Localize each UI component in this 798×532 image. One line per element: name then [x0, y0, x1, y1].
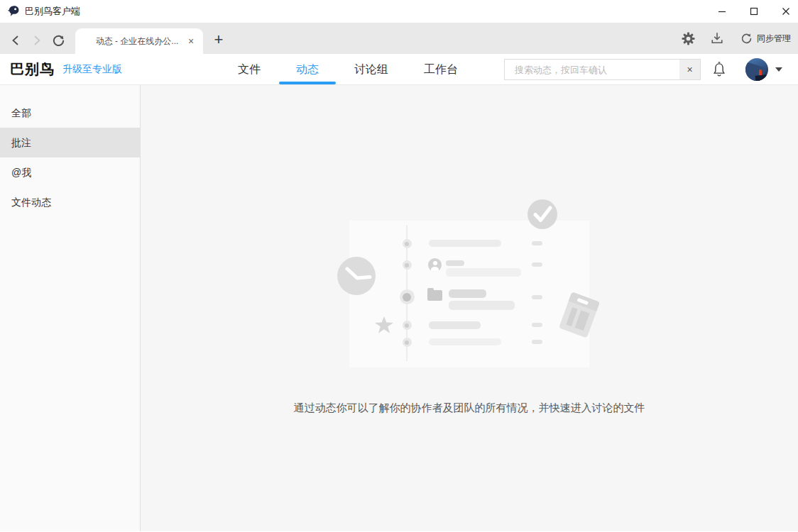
primary-nav: 文件 动态 讨论组 工作台 — [238, 54, 458, 84]
user-avatar[interactable] — [745, 58, 768, 81]
placeholder-bar — [429, 240, 501, 247]
account-caret-down-icon[interactable] — [775, 67, 782, 72]
avatar-art — [755, 74, 767, 81]
placeholder-bar — [429, 338, 501, 345]
nav-tab-activity[interactable]: 动态 — [296, 54, 319, 84]
app-window: 巴别鸟客户端 动态 - 企业在线办公... × + — [0, 0, 798, 532]
tab-strip-actions: 同步管理 — [681, 23, 798, 54]
maximize-button[interactable] — [745, 2, 763, 21]
sync-icon — [739, 31, 753, 45]
clock-icon — [337, 257, 376, 295]
placeholder-timestamp — [532, 340, 542, 344]
timeline-dot — [403, 338, 412, 347]
folder-icon — [427, 290, 442, 301]
placeholder-bar — [449, 289, 486, 298]
star-icon — [375, 316, 393, 334]
placeholder-timestamp — [532, 262, 542, 267]
activity-main-panel: 通过动态你可以了解你的协作者及团队的所有情况，并快速进入讨论的文件 — [141, 85, 798, 531]
placeholder-timestamp — [532, 241, 542, 245]
user-circle-icon — [428, 258, 442, 272]
refresh-icon[interactable] — [50, 32, 67, 49]
sync-manage-button[interactable]: 同步管理 — [739, 31, 791, 45]
timeline-dot — [403, 321, 412, 330]
placeholder-timestamp — [532, 323, 542, 327]
placeholder-bar — [446, 260, 464, 266]
sync-manage-label: 同步管理 — [757, 33, 791, 45]
app-logo-icon — [7, 4, 21, 18]
tab-title: 动态 - 企业在线办公... — [91, 35, 183, 48]
sidebar-item-mentions[interactable]: @我 — [0, 157, 140, 187]
placeholder-bar — [429, 321, 481, 329]
placeholder-bar — [449, 301, 515, 310]
minimize-button[interactable] — [713, 2, 731, 21]
close-button[interactable] — [777, 2, 795, 21]
search-input[interactable] — [505, 60, 679, 79]
avatar-art — [759, 70, 762, 75]
placeholder-timestamp — [532, 295, 542, 299]
sidebar-item-file-activity[interactable]: 文件动态 — [0, 187, 140, 217]
sidebar-item-all[interactable]: 全部 — [0, 98, 140, 128]
badge-icon — [559, 292, 600, 338]
check-circle-icon — [528, 199, 557, 229]
tab-close-icon[interactable]: × — [183, 33, 199, 49]
browser-tab[interactable]: 动态 - 企业在线办公... × — [75, 28, 203, 54]
forward-icon[interactable] — [28, 32, 45, 49]
placeholder-bar — [446, 268, 521, 277]
upgrade-link[interactable]: 升级至专业版 — [62, 54, 122, 84]
activity-sidebar: 全部 批注 @我 文件动态 — [0, 85, 141, 531]
download-icon[interactable] — [710, 31, 724, 45]
back-icon[interactable] — [7, 32, 24, 49]
title-bar: 巴别鸟客户端 — [0, 0, 798, 23]
timeline-dot — [400, 289, 415, 304]
nav-tab-workbench[interactable]: 工作台 — [424, 54, 458, 84]
empty-state-illustration — [349, 221, 589, 367]
nav-tab-files[interactable]: 文件 — [238, 54, 261, 84]
empty-state-caption: 通过动态你可以了解你的协作者及团队的所有情况，并快速进入讨论的文件 — [141, 401, 798, 415]
content-area: 全部 批注 @我 文件动态 — [0, 85, 798, 531]
search-clear-icon[interactable]: × — [679, 60, 700, 79]
nav-tab-discussions[interactable]: 讨论组 — [354, 54, 388, 84]
new-tab-button[interactable]: + — [209, 30, 229, 50]
settings-gear-icon[interactable] — [681, 31, 695, 45]
timeline-dot — [403, 239, 412, 248]
app-header: 巴别鸟 升级至专业版 文件 动态 讨论组 工作台 × — [0, 54, 798, 85]
search-box: × — [504, 59, 701, 80]
brand-logo: 巴别鸟 — [10, 54, 55, 84]
sidebar-item-annotations[interactable]: 批注 — [0, 128, 140, 157]
notifications-bell-icon[interactable] — [711, 61, 727, 78]
timeline-dot — [403, 260, 412, 270]
tab-strip: 动态 - 企业在线办公... × + — [0, 23, 798, 54]
window-title: 巴别鸟客户端 — [25, 0, 80, 23]
